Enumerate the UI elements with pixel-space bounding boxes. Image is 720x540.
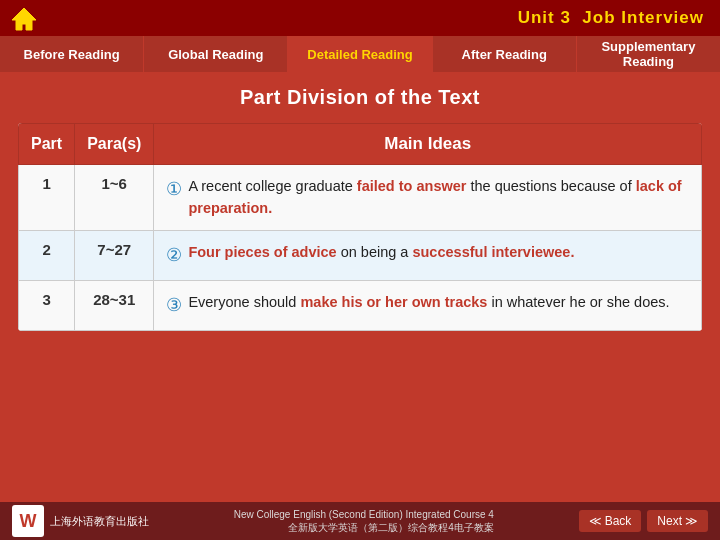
col-header-part: Part (19, 124, 75, 165)
bottom-bar: W 上海外语教育出版社 New College English (Second … (0, 502, 720, 540)
part-number: 1 (19, 165, 75, 231)
division-table: Part Para(s) Main Ideas 1 1~6 ① A recent… (18, 123, 702, 331)
main-idea-text: ③ Everyone should make his or her own tr… (154, 280, 702, 330)
home-icon[interactable] (10, 4, 38, 32)
para-range: 7~27 (75, 230, 154, 280)
col-header-paras: Para(s) (75, 124, 154, 165)
para-range: 1~6 (75, 165, 154, 231)
next-arrow-icon: ≫ (685, 514, 698, 528)
back-button[interactable]: ≪ Back (579, 510, 642, 532)
publisher-icon: W (12, 505, 44, 537)
unit-title: Unit 3 Job Interview (518, 8, 704, 28)
part-number: 3 (19, 280, 75, 330)
bullet-icon: ① (166, 176, 182, 204)
publisher-info: New College English (Second Edition) Int… (234, 508, 494, 534)
para-range: 28~31 (75, 280, 154, 330)
back-arrow-icon: ≪ (589, 514, 602, 528)
part-number: 2 (19, 230, 75, 280)
svg-marker-0 (12, 8, 36, 30)
table-row: 1 1~6 ① A recent college graduate failed… (19, 165, 702, 231)
tab-supplementary-reading[interactable]: Supplementary Reading (577, 36, 720, 72)
tab-after-reading[interactable]: After Reading (433, 36, 577, 72)
bullet-icon: ② (166, 242, 182, 270)
main-content: Part Division of the Text Part Para(s) M… (0, 72, 720, 341)
section-title: Part Division of the Text (18, 86, 702, 109)
idea-content: Four pieces of advice on being a success… (188, 241, 689, 263)
next-button[interactable]: Next ≫ (647, 510, 708, 532)
tab-detailed-reading[interactable]: Detailed Reading (288, 36, 432, 72)
nav-buttons: ≪ Back Next ≫ (579, 510, 708, 532)
tab-global-reading[interactable]: Global Reading (144, 36, 288, 72)
main-idea-text: ① A recent college graduate failed to an… (154, 165, 702, 231)
publisher-logo: W 上海外语教育出版社 (12, 505, 149, 537)
publisher-text: 上海外语教育出版社 (50, 514, 149, 528)
main-idea-text: ② Four pieces of advice on being a succe… (154, 230, 702, 280)
nav-tabs: Before Reading Global Reading Detailed R… (0, 36, 720, 72)
col-header-main-ideas: Main Ideas (154, 124, 702, 165)
top-header: Unit 3 Job Interview (0, 0, 720, 36)
tab-before-reading[interactable]: Before Reading (0, 36, 144, 72)
bullet-icon: ③ (166, 292, 182, 320)
idea-content: A recent college graduate failed to answ… (188, 175, 689, 220)
table-row: 2 7~27 ② Four pieces of advice on being … (19, 230, 702, 280)
table-row: 3 28~31 ③ Everyone should make his or he… (19, 280, 702, 330)
idea-content: Everyone should make his or her own trac… (188, 291, 689, 313)
